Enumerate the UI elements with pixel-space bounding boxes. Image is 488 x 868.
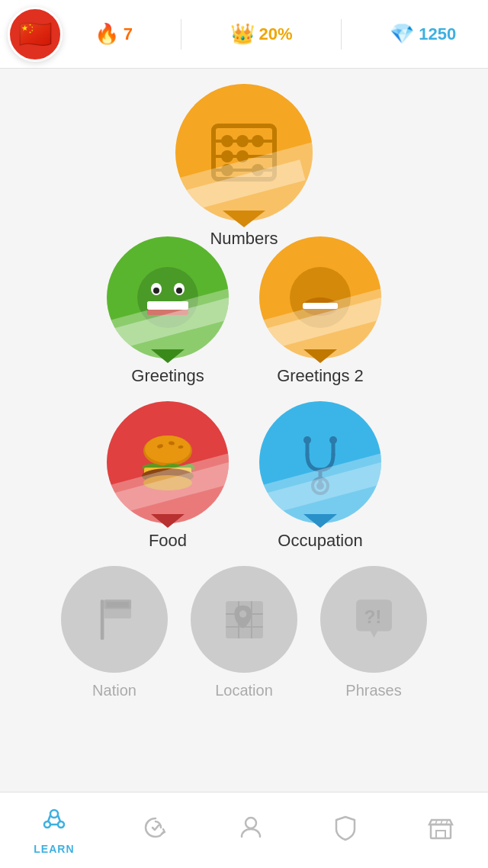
svg-point-49 [58,821,64,828]
progress-stat: 👑 20% [230,22,293,46]
svg-point-17 [176,288,182,294]
shop-icon [427,814,454,847]
nation-label: Nation [92,682,136,699]
lesson-content: Numbers [0,69,488,821]
header: 🇨🇳 🔥 7 👑 20% 💎 1250 [0,0,488,69]
phrases-icon: ?! [345,591,403,648]
svg-point-22 [145,436,191,463]
progress-value: 20% [259,24,293,44]
location-label: Location [215,682,273,699]
svg-rect-55 [436,831,445,838]
svg-point-8 [236,150,249,162]
nav-practice[interactable] [133,808,178,854]
gems-stat: 💎 1250 [390,22,456,46]
nav-shop[interactable] [418,808,464,854]
greetings-row: Greetings [107,236,381,386]
svg-point-6 [252,135,264,147]
learn-icon [40,806,68,840]
stats-bar: 🔥 7 👑 20% 💎 1250 [70,19,480,50]
svg-point-7 [221,150,233,162]
svg-text:?!: ?! [364,606,381,627]
flag-icon[interactable]: 🇨🇳 [8,7,63,62]
gems-value: 1250 [419,24,456,44]
svg-point-53 [246,818,256,828]
numbers-row: Numbers [175,84,313,221]
gem-icon: 💎 [390,22,414,46]
lesson-location[interactable]: Location [191,566,297,699]
lesson-phrases[interactable]: ?! Phrases [320,566,427,699]
crown-icon: 👑 [230,22,255,46]
lesson-food[interactable]: Food [107,401,229,551]
learn-label: LEARN [34,843,74,855]
svg-rect-20 [303,303,338,309]
bottom-navigation: LEARN [0,792,488,868]
svg-point-48 [44,821,50,828]
svg-point-4 [221,135,233,147]
divider-2 [341,19,342,50]
nav-profile[interactable] [228,808,274,854]
lesson-greetings[interactable]: Greetings [107,236,229,386]
phrases-label: Phrases [345,682,401,699]
greetings2-label: Greetings 2 [277,366,364,386]
greetings-label: Greetings [131,366,204,386]
fire-icon: 🔥 [95,22,119,46]
svg-point-47 [50,810,58,818]
nav-shield[interactable] [323,808,368,854]
profile-icon [237,814,265,847]
nation-icon [86,591,143,648]
food-occupation-row: Food [107,401,381,551]
streak-value: 7 [124,24,133,44]
svg-line-51 [58,815,60,821]
svg-point-5 [236,135,249,147]
lesson-numbers[interactable]: Numbers [175,84,313,221]
lesson-nation[interactable]: Nation [61,566,168,699]
practice-icon [142,814,169,847]
nav-learn[interactable]: LEARN [24,800,83,861]
svg-point-16 [153,288,159,294]
occupation-label: Occupation [278,531,362,551]
svg-line-50 [48,815,50,821]
shield-icon [332,814,359,847]
lesson-greetings2[interactable]: Greetings 2 [259,236,381,386]
svg-rect-13 [147,301,188,310]
streak-stat: 🔥 7 [95,22,133,46]
svg-point-45 [239,610,246,617]
svg-rect-36 [100,600,104,640]
divider-1 [181,19,181,50]
svg-rect-39 [106,602,129,608]
svg-point-32 [329,436,337,444]
lesson-occupation[interactable]: Occupation [259,401,381,551]
svg-point-31 [303,436,311,444]
location-icon [216,591,273,648]
food-label: Food [149,531,187,551]
locked-row: Nation Location [23,566,465,699]
svg-point-9 [221,164,233,176]
